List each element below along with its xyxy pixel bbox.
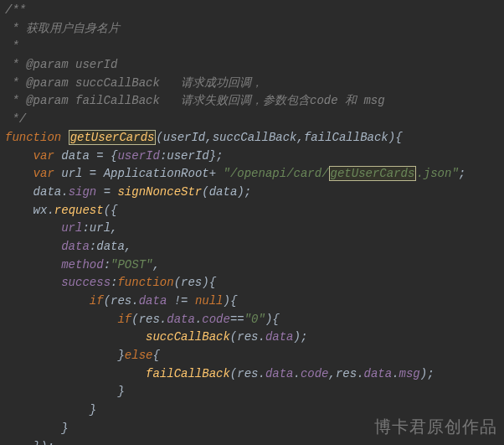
code-line: } <box>5 383 499 401</box>
comment-line: /** <box>5 2 499 20</box>
comment-line: * @param userId <box>5 56 499 75</box>
string-highlighted: getUserCards <box>329 166 417 181</box>
code-line: wx.request({ <box>5 202 499 220</box>
code-line: } <box>5 420 499 438</box>
comment-line: * @param succCallBack 请求成功回调， <box>5 75 499 93</box>
code-editor[interactable]: /** * 获取用户自身名片 * * @param userId * @para… <box>5 2 499 445</box>
function-name-highlighted: getUserCards <box>69 130 157 145</box>
keyword-function: function <box>5 131 61 144</box>
code-line: failCallBack(res.data.code,res.data.msg)… <box>5 365 499 384</box>
code-line: url:url, <box>5 220 499 238</box>
code-line: function getUserCards(userId,succCallBac… <box>5 129 499 147</box>
comment-line: * @param failCallBack 请求失败回调，参数包含code 和 … <box>5 92 499 111</box>
comment-line: */ <box>5 111 499 129</box>
code-line: } <box>5 401 499 420</box>
code-line: succCallBack(res.data); <box>5 329 499 347</box>
code-line: success:function(res){ <box>5 274 499 292</box>
code-line: if(res.data.code=="0"){ <box>5 311 499 329</box>
code-line: method:"POST", <box>5 256 499 275</box>
comment-line: * <box>5 38 499 56</box>
code-line: data:data, <box>5 238 499 256</box>
code-line: var url = ApplicationRoot+ "/openapi/car… <box>5 165 499 184</box>
code-line: data.sign = signNonceStr(data); <box>5 184 499 202</box>
code-line: }); <box>5 438 499 446</box>
code-line: }else{ <box>5 347 499 365</box>
code-line: if(res.data != null){ <box>5 292 499 311</box>
comment-line: * 获取用户自身名片 <box>5 20 499 39</box>
code-line: var data = {userId:userId}; <box>5 147 499 166</box>
